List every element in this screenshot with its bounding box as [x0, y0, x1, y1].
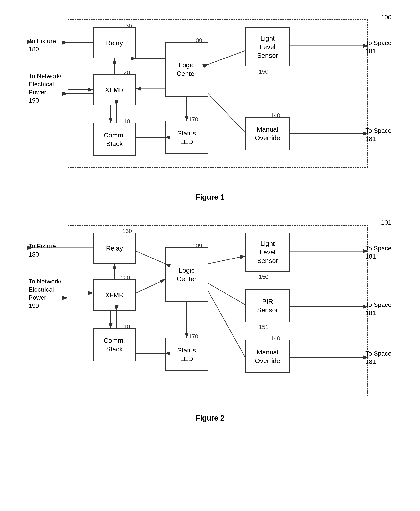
- figure-2-diagram: 101 Relay 130 XFMR 120 Comm. Stack 110 L…: [25, 217, 395, 408]
- lls-ref-fig1: 150: [259, 68, 269, 75]
- logic-center-box-fig1: Logic Center: [165, 42, 208, 96]
- relay-box-fig2: Relay: [93, 233, 136, 264]
- figure-1-caption: Figure 1: [196, 193, 225, 201]
- xfmr-ref-fig2: 120: [120, 274, 130, 281]
- space2-label-fig1: To Space181: [365, 127, 391, 143]
- space3-label-fig2: To Space181: [365, 349, 391, 366]
- xfmr-box-fig2: XFMR: [93, 279, 136, 311]
- pir-sensor-box-fig2: PIR Sensor: [245, 289, 290, 322]
- figure-1-block: 100 Relay 130 XFMR 120 Comm. Stack 110 L…: [16, 12, 404, 201]
- space2-label-fig2: To Space181: [365, 301, 391, 317]
- logic-center-box-fig2: Logic Center: [165, 247, 208, 302]
- light-level-sensor-box-fig2: Light Level Sensor: [245, 233, 290, 272]
- space1-label-fig2: To Space181: [365, 244, 391, 260]
- light-level-sensor-box-fig1: Light Level Sensor: [245, 27, 290, 66]
- manual-override-box-fig1: Manual Override: [245, 117, 290, 150]
- manual-override-ref-fig1: 140: [270, 112, 280, 119]
- logic-center-ref-fig2: 109: [193, 242, 202, 249]
- status-led-box-fig2: Status LED: [165, 338, 208, 371]
- status-led-ref-fig2: 170: [189, 333, 198, 340]
- relay-box-fig1: Relay: [93, 27, 136, 59]
- lls-ref-fig2: 150: [259, 274, 269, 280]
- logic-center-ref-fig1: 109: [193, 37, 202, 44]
- figure-2-block: 101 Relay 130 XFMR 120 Comm. Stack 110 L…: [16, 217, 404, 422]
- figure-1-diagram: 100 Relay 130 XFMR 120 Comm. Stack 110 L…: [25, 12, 395, 187]
- comm-stack-box-fig2: Comm. Stack: [93, 328, 136, 361]
- status-led-box-fig1: Status LED: [165, 121, 208, 154]
- fig1-corner-ref: 100: [381, 14, 391, 21]
- xfmr-ref-fig1: 120: [120, 69, 130, 76]
- network-label-fig1: To Network/ElectricalPower190: [29, 72, 62, 104]
- pir-ref-fig2: 151: [259, 324, 269, 330]
- manual-override-box-fig2: Manual Override: [245, 340, 290, 373]
- manual-override-ref-fig2: 140: [270, 335, 280, 341]
- comm-stack-ref-fig1: 110: [120, 118, 130, 125]
- comm-stack-ref-fig2: 110: [120, 323, 130, 330]
- network-label-fig2: To Network/ElectricalPower190: [29, 277, 62, 310]
- figure-2-caption: Figure 2: [196, 414, 225, 422]
- xfmr-box-fig1: XFMR: [93, 74, 136, 105]
- fixture-label-fig1: To Fixture180: [29, 37, 56, 53]
- fig2-corner-ref: 101: [381, 219, 391, 226]
- comm-stack-box-fig1: Comm. Stack: [93, 123, 136, 156]
- relay-ref-fig1: 130: [122, 22, 132, 29]
- fixture-label-fig2: To Fixture180: [29, 242, 56, 259]
- space1-label-fig1: To Space181: [365, 39, 391, 55]
- status-led-ref-fig1: 170: [189, 116, 198, 123]
- figures-container: 100 Relay 130 XFMR 120 Comm. Stack 110 L…: [16, 12, 404, 422]
- relay-ref-fig2: 130: [122, 228, 132, 234]
